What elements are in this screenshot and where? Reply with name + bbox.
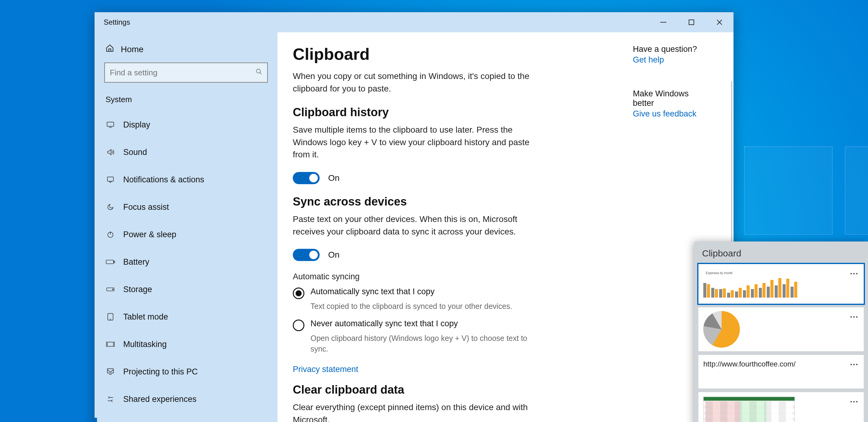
- sidebar-item-tablet-mode[interactable]: Tablet mode: [95, 303, 278, 330]
- clipboard-item-bar-chart[interactable]: Expenses by month ⋯: [699, 264, 864, 304]
- power-icon: [105, 230, 115, 238]
- radio-auto-sync[interactable]: [293, 288, 304, 299]
- svg-rect-20: [107, 369, 114, 373]
- search-icon: [255, 68, 262, 77]
- sidebar-item-label: Tablet mode: [123, 312, 168, 322]
- svg-rect-6: [107, 122, 114, 126]
- clip-item-menu[interactable]: ⋯: [850, 268, 859, 279]
- sidebar-item-label: Sound: [123, 148, 147, 157]
- clip-item-menu[interactable]: ⋯: [850, 312, 859, 322]
- svg-rect-12: [114, 261, 115, 263]
- sidebar-item-focus-assist[interactable]: Focus assist: [95, 193, 278, 221]
- clip-item-menu[interactable]: ⋯: [850, 359, 859, 369]
- history-heading: Clipboard history: [293, 106, 543, 119]
- radio-never-sync-label: Never automatically sync text that I cop…: [310, 319, 458, 328]
- clipboard-item-url[interactable]: http://www.fourthcoffee.com/ ⋯: [699, 355, 864, 388]
- maximize-icon: [689, 20, 694, 25]
- sidebar-item-label: Storage: [123, 285, 152, 294]
- sidebar-section-label: System: [95, 91, 278, 111]
- clipboard-item-spreadsheet[interactable]: ⋯: [699, 392, 864, 422]
- sidebar-item-storage[interactable]: Storage: [95, 275, 278, 303]
- svg-rect-0: [660, 22, 666, 23]
- sidebar: Home System Display Sound Notifications …: [95, 32, 278, 422]
- sidebar-item-battery[interactable]: Battery: [95, 248, 278, 275]
- history-desc: Save multiple items to the clipboard to …: [293, 124, 537, 161]
- settings-window: Settings Home: [95, 12, 734, 422]
- sidebar-item-notifications[interactable]: Notifications & actions: [95, 166, 278, 193]
- auto-sync-label: Automatic syncing: [293, 272, 543, 282]
- radio-never-sync-desc: Open clipboard history (Windows logo key…: [310, 333, 536, 354]
- storage-icon: [105, 287, 115, 292]
- home-link[interactable]: Home: [95, 38, 278, 63]
- sidebar-item-label: Focus assist: [123, 202, 169, 212]
- sidebar-item-label: Projecting to this PC: [123, 367, 198, 377]
- svg-rect-11: [106, 260, 114, 264]
- sidebar-item-label: Display: [123, 120, 150, 130]
- give-feedback-link[interactable]: Give us feedback: [633, 109, 706, 119]
- sidebar-item-label: Multitasking: [123, 340, 167, 349]
- focus-icon: [105, 203, 115, 211]
- svg-line-5: [260, 72, 262, 74]
- sync-toggle[interactable]: [293, 249, 320, 261]
- get-help-link[interactable]: Get help: [633, 55, 706, 65]
- notif-icon: [105, 175, 115, 184]
- maximize-button[interactable]: [677, 12, 706, 32]
- pie-chart-thumbnail: [703, 311, 740, 348]
- home-label: Home: [121, 44, 144, 54]
- minimize-icon: [660, 22, 666, 23]
- help-question: Have a question?: [633, 44, 706, 54]
- sidebar-item-label: Battery: [123, 257, 150, 267]
- svg-rect-1: [689, 20, 694, 25]
- clipboard-item-pie-chart[interactable]: ⋯: [699, 307, 864, 351]
- sidebar-item-sound[interactable]: Sound: [95, 138, 278, 166]
- svg-point-14: [113, 289, 114, 290]
- history-toggle[interactable]: [293, 172, 320, 184]
- close-icon: [716, 19, 722, 25]
- content-pane: Clipboard When you copy or cut something…: [278, 32, 734, 422]
- sidebar-item-display[interactable]: Display: [95, 111, 278, 138]
- radio-never-sync[interactable]: [293, 320, 304, 331]
- tablet-icon: [105, 313, 115, 321]
- minimize-button[interactable]: [649, 12, 677, 32]
- window-controls: [649, 12, 734, 32]
- battery-icon: [105, 259, 115, 265]
- radio-auto-sync-label: Automatically sync text that I copy: [310, 287, 435, 296]
- sidebar-item-shared-experiences[interactable]: Shared experiences: [95, 385, 278, 413]
- window-title: Settings: [95, 18, 130, 27]
- sidebar-item-multitasking[interactable]: Multitasking: [95, 330, 278, 358]
- svg-point-4: [256, 69, 260, 73]
- search-box[interactable]: [104, 63, 268, 83]
- svg-rect-8: [107, 177, 114, 181]
- feedback-heading: Make Windows better: [633, 89, 706, 108]
- sync-desc: Paste text on your other devices. When t…: [293, 213, 537, 238]
- sound-icon: [105, 148, 115, 156]
- close-button[interactable]: [706, 12, 734, 32]
- clear-desc: Clear everything (except pinned items) o…: [293, 401, 537, 422]
- main-column: Clipboard When you copy or cut something…: [293, 44, 543, 422]
- search-input[interactable]: [110, 68, 255, 77]
- privacy-link[interactable]: Privacy statement: [293, 365, 359, 374]
- display-icon: [105, 121, 115, 128]
- flyout-title: Clipboard: [699, 241, 864, 264]
- clip-url-text: http://www.fourthcoffee.com/: [703, 359, 796, 368]
- page-intro: When you copy or cut something in Window…: [293, 70, 537, 95]
- sidebar-item-projecting[interactable]: Projecting to this PC: [95, 358, 278, 385]
- clipboard-flyout: Clipboard Expenses by month ⋯ ⋯ http://w…: [694, 241, 868, 422]
- sidebar-item-clipboard[interactable]: Clipboard: [95, 413, 278, 422]
- svg-rect-17: [107, 342, 114, 346]
- sidebar-item-label: Power & sleep: [123, 230, 176, 239]
- chart-title: Expenses by month: [706, 271, 733, 275]
- spreadsheet-thumbnail: [703, 397, 795, 422]
- multitask-icon: [105, 341, 115, 348]
- radio-auto-sync-desc: Text copied to the clipboard is synced t…: [310, 301, 536, 312]
- page-title: Clipboard: [293, 44, 543, 63]
- sync-heading: Sync across devices: [293, 195, 543, 208]
- project-icon: [105, 368, 115, 376]
- sidebar-item-label: Notifications & actions: [123, 175, 204, 185]
- sidebar-item-label: Shared experiences: [123, 395, 196, 404]
- sync-toggle-state: On: [328, 250, 339, 260]
- clip-item-menu[interactable]: ⋯: [850, 396, 859, 407]
- sidebar-item-power-sleep[interactable]: Power & sleep: [95, 221, 278, 248]
- shared-icon: [105, 395, 115, 403]
- home-icon: [105, 44, 114, 55]
